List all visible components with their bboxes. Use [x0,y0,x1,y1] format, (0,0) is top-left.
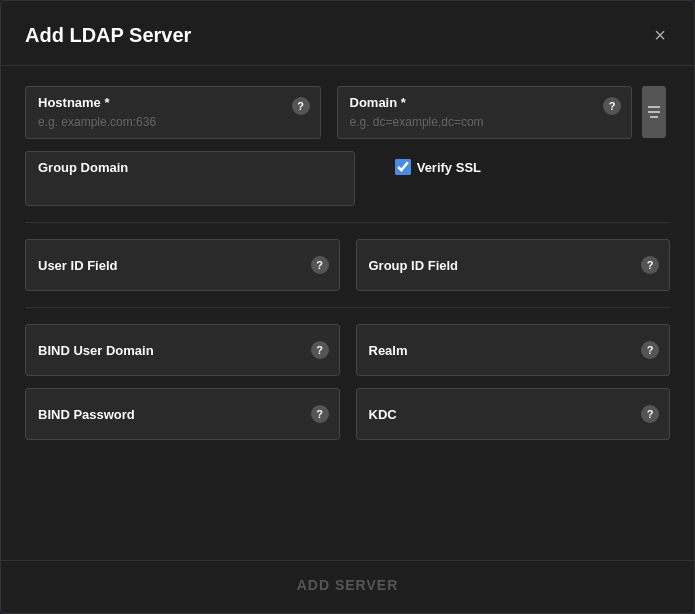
hostname-domain-row: Hostname * ? Domain * ? [25,86,670,139]
modal-title: Add LDAP Server [25,24,191,47]
group-id-field-wrapper: Group ID Field ? [356,239,671,291]
domain-help-icon[interactable]: ? [603,97,621,115]
realm-wrapper: Realm ? [356,324,671,376]
hostname-input[interactable] [38,115,284,129]
modal-footer: ADD SERVER [1,560,694,613]
group-id-field-help-icon[interactable]: ? [641,256,659,274]
domain-input[interactable] [350,115,596,129]
user-id-field-group: User ID Field ? [25,239,340,291]
bind-password-wrapper: BIND Password ? [25,388,340,440]
realm-group: Realm ? [356,324,671,376]
hostname-group: Hostname * ? [25,86,321,139]
hostname-help-icon[interactable]: ? [292,97,310,115]
group-id-field-label: Group ID Field [369,258,459,273]
group-domain-label: Group Domain [38,160,342,175]
user-group-id-row: User ID Field ? Group ID Field ? [25,239,670,291]
add-ldap-server-modal: Add LDAP Server × Hostname * ? Dom [0,0,695,614]
bind-user-domain-wrapper: BIND User Domain ? [25,324,340,376]
user-id-field-label: User ID Field [38,258,117,273]
divider-2 [25,307,670,308]
user-id-field-help-icon[interactable]: ? [311,256,329,274]
hostname-input-wrapper: Hostname * ? [25,86,321,139]
bind-password-kdc-row: BIND Password ? KDC ? [25,388,670,440]
verify-ssl-checkbox[interactable] [395,159,411,175]
hostname-label: Hostname * [38,95,284,110]
domain-label: Domain * [350,95,596,110]
bind-password-label: BIND Password [38,407,135,422]
group-domain-group: Group Domain [25,151,355,206]
add-server-button[interactable]: ADD SERVER [297,577,399,593]
kdc-label: KDC [369,407,397,422]
kdc-wrapper: KDC ? [356,388,671,440]
modal-header: Add LDAP Server × [1,1,694,66]
bind-realm-row: BIND User Domain ? Realm ? [25,324,670,376]
bind-user-domain-label: BIND User Domain [38,343,154,358]
verify-ssl-label[interactable]: Verify SSL [417,160,481,175]
domain-input-wrapper: Domain * ? [337,86,633,139]
bind-user-domain-help-icon[interactable]: ? [311,341,329,359]
group-domain-input[interactable] [38,182,342,196]
modal-overlay: Add LDAP Server × Hostname * ? Dom [0,0,695,614]
realm-help-icon[interactable]: ? [641,341,659,359]
domain-toolbar-icon[interactable] [642,86,666,138]
modal-body: Hostname * ? Domain * ? [1,66,694,560]
group-id-field-group: Group ID Field ? [356,239,671,291]
realm-label: Realm [369,343,408,358]
divider-1 [25,222,670,223]
verify-ssl-group: Verify SSL [371,151,481,175]
close-button[interactable]: × [650,21,670,49]
kdc-help-icon[interactable]: ? [641,405,659,423]
bind-user-domain-group: BIND User Domain ? [25,324,340,376]
domain-group: Domain * ? [337,86,633,139]
bind-password-help-icon[interactable]: ? [311,405,329,423]
bind-password-group: BIND Password ? [25,388,340,440]
user-id-field-wrapper: User ID Field ? [25,239,340,291]
group-domain-row: Group Domain Verify SSL [25,151,670,206]
kdc-group: KDC ? [356,388,671,440]
